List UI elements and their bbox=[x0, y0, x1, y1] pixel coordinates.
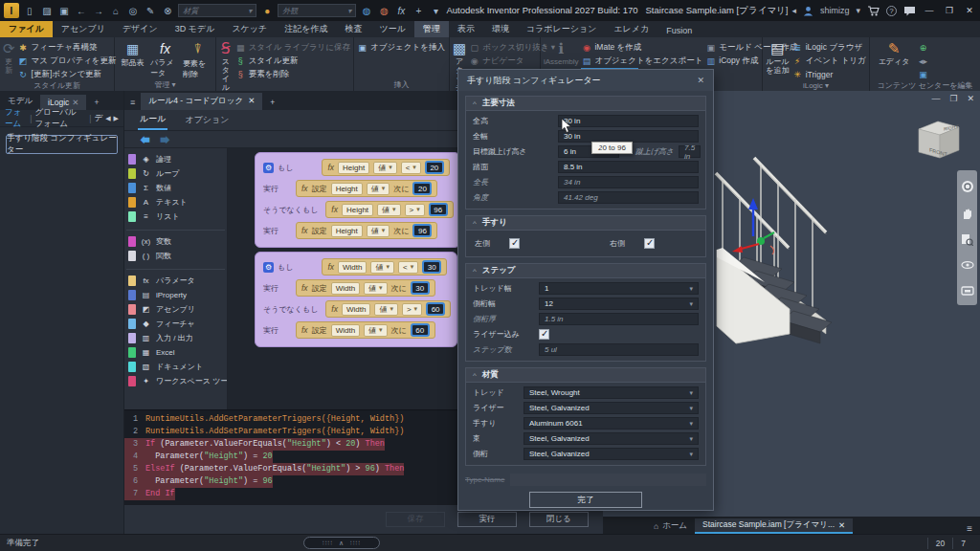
if-block-height[interactable]: ⚙ もし fx Height 値 < 20 実行 fx bbox=[255, 152, 460, 248]
group-label[interactable]: コンテンツ センターを編集 bbox=[870, 80, 980, 91]
dock-collapse-handle[interactable]: ∷∷ ∧ ∷∷ bbox=[303, 537, 380, 549]
toolbox-category-15[interactable]: ▧ドキュメント bbox=[124, 360, 227, 374]
add-tab-button[interactable]: + bbox=[86, 95, 106, 110]
ribbon-tab-11[interactable]: コラボレーション bbox=[518, 21, 605, 37]
number-chip[interactable]: 20 bbox=[425, 161, 444, 174]
maximize-button[interactable]: ❐ bbox=[943, 6, 956, 15]
section-header[interactable]: ^ ステップ bbox=[466, 264, 705, 278]
ribbon-tab-8[interactable]: 管理 bbox=[414, 21, 449, 37]
cc-link-item[interactable]: ◂▸ bbox=[918, 55, 928, 67]
redo-icon[interactable]: → bbox=[92, 4, 105, 17]
ribbon-tab-2[interactable]: デザイン bbox=[114, 21, 167, 37]
material-combo[interactable]: 材質▾ bbox=[178, 4, 256, 17]
ribbon-tab-6[interactable]: 検査 bbox=[336, 21, 370, 37]
target-icon[interactable]: ◎ bbox=[126, 4, 140, 17]
imate-item[interactable]: ◉iMate を作成 bbox=[581, 41, 702, 54]
dialog-title-bar[interactable]: 手すり階段 コンフィギュレーター ✕ bbox=[458, 70, 713, 91]
ribbon-tab-7[interactable]: ツール bbox=[370, 21, 413, 37]
toolbox-category-16[interactable]: ✦ワークスペース ツール bbox=[124, 374, 227, 388]
tread-width-dropdown[interactable]: 1 bbox=[539, 282, 699, 295]
close-editor-button[interactable]: 閉じる bbox=[529, 512, 589, 527]
ribbon-tab-4[interactable]: スケッチ bbox=[223, 21, 276, 37]
gear-icon[interactable]: ⚙ bbox=[263, 163, 274, 173]
section-header[interactable]: ^ 主要寸法 bbox=[466, 97, 705, 111]
insert-object-item[interactable]: ▣オブジェクトを挿入 bbox=[357, 41, 445, 54]
ribbon-tab-5[interactable]: 注記を作成 bbox=[276, 21, 336, 37]
toolbox-category-9[interactable]: fxパラメータ bbox=[124, 274, 227, 288]
add-rule-tab-button[interactable]: + bbox=[262, 95, 282, 110]
toolbox-category-1[interactable]: ↻ループ bbox=[124, 166, 227, 181]
param-pill[interactable]: Width bbox=[331, 282, 360, 295]
user-caret-icon[interactable]: ▾ bbox=[857, 6, 861, 15]
number-chip[interactable]: 60 bbox=[411, 323, 430, 337]
qat-add-icon[interactable]: + bbox=[412, 4, 425, 17]
material-ball-icon[interactable]: ⊗ bbox=[161, 4, 174, 17]
type-name-field[interactable] bbox=[510, 474, 706, 486]
stringer-material-dropdown[interactable]: Steel, Galvanized bbox=[523, 448, 699, 460]
ribbon-tab-3[interactable]: 3D モデル bbox=[167, 21, 224, 37]
toolbox-category-11[interactable]: ◩アセンブリ bbox=[124, 302, 227, 317]
parameters-button[interactable]: fxパラメータ bbox=[150, 39, 180, 79]
value-dropdown[interactable]: 値 bbox=[364, 324, 388, 337]
ilogic-browser-item[interactable]: ≣iLogic ブラウザ bbox=[792, 41, 866, 54]
post-material-dropdown[interactable]: Steel, Galvanized bbox=[523, 432, 699, 445]
group-label[interactable]: 管理 ▾ bbox=[115, 79, 215, 91]
home-icon[interactable]: ⌂ bbox=[109, 4, 122, 17]
riser-material-dropdown[interactable]: Steel, Galvanized bbox=[523, 402, 699, 414]
global-forms-link[interactable]: グローバル フォーム bbox=[34, 107, 86, 130]
ribbon-tab-10[interactable]: 環境 bbox=[483, 21, 518, 37]
number-chip[interactable]: 30 bbox=[422, 260, 441, 274]
number-chip[interactable]: 60 bbox=[426, 302, 445, 316]
export-object-item[interactable]: ▤オブジェクトをエクスポート bbox=[581, 55, 702, 67]
right-rail-checkbox[interactable] bbox=[644, 238, 655, 249]
dialog-close-icon[interactable]: ✕ bbox=[697, 76, 704, 85]
open-folder-icon[interactable]: ▨ bbox=[40, 4, 54, 17]
toolbox-category-12[interactable]: ◆フィーチャ bbox=[124, 317, 227, 331]
tread-depth-field[interactable]: 8.5 in bbox=[558, 161, 699, 173]
section-header[interactable]: ^ 手すり bbox=[466, 216, 705, 231]
subtab-options[interactable]: オプション bbox=[183, 111, 231, 129]
document-tab-staircase[interactable]: Staircase Sample.iam [プライマリ... ✕ bbox=[695, 518, 853, 534]
more-link[interactable]: デ bbox=[95, 113, 103, 124]
group-label[interactable]: 挿入 bbox=[354, 79, 449, 91]
doc-restore-icon[interactable]: ❐ bbox=[949, 94, 957, 103]
run-button[interactable]: 実行 bbox=[457, 512, 517, 527]
group-label[interactable]: iLogic ▾ bbox=[763, 80, 869, 91]
cc-update-item[interactable]: ▣ bbox=[918, 68, 928, 80]
operator-dropdown[interactable]: < bbox=[401, 162, 421, 174]
param-pill[interactable]: Height bbox=[338, 162, 369, 174]
value-dropdown[interactable]: 値 bbox=[374, 303, 398, 316]
parameters-fx-icon[interactable]: fx bbox=[394, 4, 408, 17]
user-name[interactable]: shimizg bbox=[820, 6, 850, 15]
operator-dropdown[interactable]: > bbox=[405, 204, 425, 216]
tab-close-icon[interactable]: ✕ bbox=[72, 98, 78, 107]
ribbon-tab-0[interactable]: ファイル bbox=[0, 21, 53, 37]
tab-close-icon[interactable]: ✕ bbox=[838, 520, 845, 530]
cart-icon[interactable] bbox=[867, 6, 880, 16]
appearance-sphere-icon[interactable]: ● bbox=[260, 4, 274, 17]
value-dropdown[interactable]: 値 bbox=[364, 282, 388, 295]
inventor-logo-icon[interactable]: I bbox=[4, 3, 19, 18]
staircase-model[interactable] bbox=[703, 146, 847, 357]
value-dropdown[interactable]: 値 bbox=[377, 204, 401, 216]
done-button[interactable]: 完了 bbox=[529, 492, 642, 508]
redo-icon[interactable]: 🡆 bbox=[160, 134, 170, 145]
collapse-left-icon[interactable]: ◂ bbox=[791, 6, 796, 15]
feedback-icon[interactable] bbox=[903, 6, 916, 16]
qat-customize-icon[interactable]: ▾ bbox=[429, 4, 442, 17]
param-pill[interactable]: Width bbox=[342, 303, 370, 316]
toolbox-category-7[interactable]: ( )関数 bbox=[124, 249, 227, 263]
toolbox-category-14[interactable]: ▦Excel bbox=[124, 345, 227, 360]
number-chip[interactable]: 96 bbox=[412, 224, 432, 237]
undo-icon[interactable]: 🡄 bbox=[140, 134, 150, 145]
include-riser-checkbox[interactable] bbox=[539, 329, 549, 340]
add-rule-button[interactable]: ▤ ルールを追加 bbox=[766, 39, 790, 80]
home-tab[interactable]: ⌂ ホーム bbox=[646, 518, 695, 534]
section-header[interactable]: ^ 材質 bbox=[466, 368, 705, 383]
look-at-icon[interactable] bbox=[961, 285, 974, 296]
rule4-tab[interactable]: ルール4 - コードブロック✕ bbox=[141, 93, 262, 110]
update-button-item[interactable]: ↻[更新]ボタンで更新 bbox=[18, 68, 117, 80]
mass-properties-item[interactable]: ◩マス プロパティを更新 bbox=[18, 55, 117, 67]
total-height-field[interactable]: 30 in bbox=[558, 115, 699, 127]
ribbon-tab-1[interactable]: アセンブリ bbox=[53, 21, 114, 37]
